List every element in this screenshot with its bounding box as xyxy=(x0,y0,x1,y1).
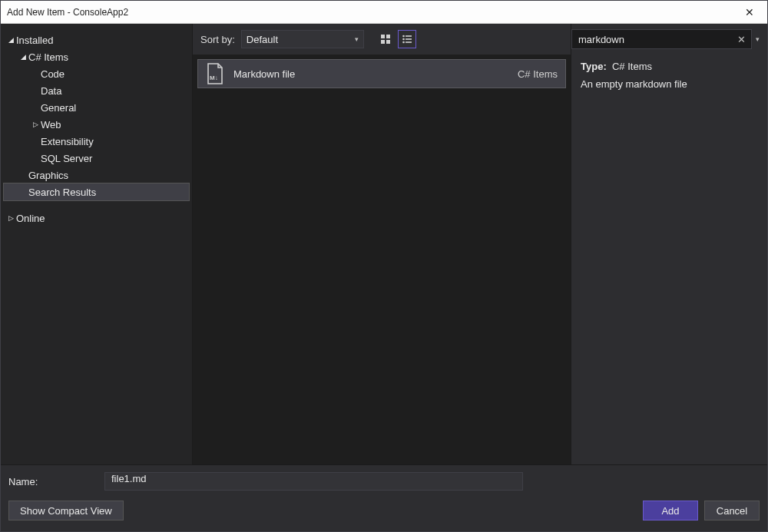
details-panel: Type: C# Items An empty markdown file xyxy=(571,55,767,96)
sort-by-value: Default xyxy=(247,34,278,45)
tree-general[interactable]: General xyxy=(4,99,189,116)
button-label: Add xyxy=(661,505,679,517)
search-input[interactable] xyxy=(578,34,734,45)
svg-rect-5 xyxy=(406,35,412,37)
toolbar: Sort by: Default ▾ xyxy=(193,24,571,55)
titlebar: Add New Item - ConsoleApp2 ✕ xyxy=(1,1,767,24)
cancel-button[interactable]: Cancel xyxy=(704,501,760,520)
search-history-caret-icon[interactable]: ▾ xyxy=(752,35,763,43)
view-list-button[interactable] xyxy=(398,30,416,48)
tree-extensibility[interactable]: Extensibility xyxy=(4,133,189,150)
view-tiles-button[interactable] xyxy=(376,30,395,48)
sort-by-select[interactable]: Default ▾ xyxy=(241,30,364,48)
tree-web[interactable]: ▷ Web xyxy=(4,116,189,133)
tree-label: Extensibility xyxy=(41,136,94,147)
search-box[interactable]: ✕ xyxy=(571,29,752,49)
category-sidebar: ◢ Installed ◢ C# Items Code Data General… xyxy=(1,24,193,464)
grid-icon xyxy=(380,34,391,45)
chevron-down-icon: ◢ xyxy=(18,53,28,61)
svg-rect-1 xyxy=(386,35,390,38)
tree-data[interactable]: Data xyxy=(4,82,189,99)
footer: Name: Show Compact View Add Cancel xyxy=(1,464,767,531)
svg-text:M↓: M↓ xyxy=(210,74,218,81)
tree-code[interactable]: Code xyxy=(4,65,189,82)
tree-label: Installed xyxy=(16,35,53,46)
svg-rect-2 xyxy=(381,40,385,44)
caret-down-icon: ▾ xyxy=(355,35,359,43)
window-title: Add New Item - ConsoleApp2 xyxy=(7,7,738,18)
tree-label: General xyxy=(41,102,76,114)
tree-label: Web xyxy=(41,119,61,131)
name-input[interactable] xyxy=(111,473,516,484)
details-type-label: Type: xyxy=(581,61,607,72)
tree-online[interactable]: ▷ Online xyxy=(4,210,189,226)
chevron-right-icon: ▷ xyxy=(30,121,41,128)
svg-point-6 xyxy=(402,38,405,41)
svg-rect-3 xyxy=(386,40,390,44)
name-input-wrap[interactable] xyxy=(104,472,523,491)
chevron-right-icon: ▷ xyxy=(5,214,16,222)
button-label: Cancel xyxy=(717,505,747,517)
chevron-down-icon: ◢ xyxy=(5,36,16,44)
show-compact-view-button[interactable]: Show Compact View xyxy=(8,501,124,520)
name-label: Name: xyxy=(8,476,104,487)
tree-csharp-items[interactable]: ◢ C# Items xyxy=(4,48,189,65)
tree-search-results[interactable]: Search Results xyxy=(4,183,189,200)
svg-point-4 xyxy=(402,35,405,38)
add-button[interactable]: Add xyxy=(643,501,698,520)
tree-installed[interactable]: ◢ Installed xyxy=(4,31,189,48)
close-icon[interactable]: ✕ xyxy=(738,6,761,18)
clear-search-icon[interactable]: ✕ xyxy=(734,34,748,45)
sort-by-label: Sort by: xyxy=(200,34,235,45)
button-label: Show Compact View xyxy=(20,505,112,517)
svg-point-8 xyxy=(402,41,405,44)
tree-graphics[interactable]: Graphics xyxy=(4,167,189,183)
list-icon xyxy=(402,34,412,45)
tree-label: Data xyxy=(41,85,61,97)
details-type-value: C# Items xyxy=(612,61,652,72)
template-item-markdown[interactable]: M↓ Markdown file C# Items xyxy=(197,59,566,88)
tree-label: Code xyxy=(41,68,65,80)
tree-label: SQL Server xyxy=(41,153,92,164)
template-item-category: C# Items xyxy=(518,68,558,80)
tree-label: Search Results xyxy=(28,187,96,198)
tree-sqlserver[interactable]: SQL Server xyxy=(4,150,189,167)
svg-rect-7 xyxy=(406,38,412,40)
svg-rect-9 xyxy=(406,41,412,43)
svg-rect-0 xyxy=(381,35,385,38)
markdown-file-icon: M↓ xyxy=(206,63,224,84)
template-item-label: Markdown file xyxy=(233,68,508,80)
details-description: An empty markdown file xyxy=(581,78,758,90)
tree-label: Online xyxy=(16,213,45,224)
template-list: M↓ Markdown file C# Items xyxy=(193,55,571,464)
tree-label: Graphics xyxy=(28,170,68,181)
tree-label: C# Items xyxy=(28,51,68,63)
